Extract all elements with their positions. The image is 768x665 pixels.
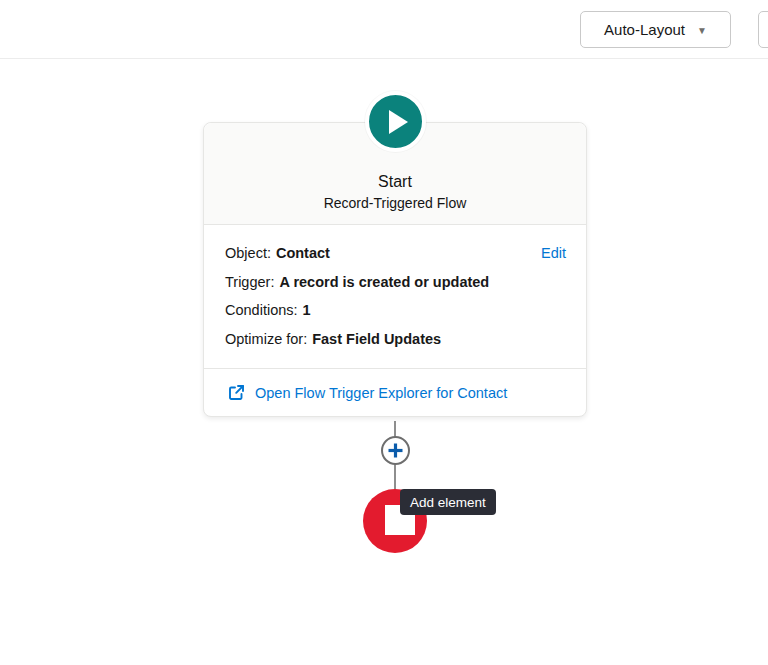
field-optimize-value: Fast Field Updates <box>312 331 441 347</box>
edit-link[interactable]: Edit <box>541 244 566 263</box>
field-trigger-value: A record is created or updated <box>279 274 489 290</box>
flow-trigger-explorer-link[interactable]: Open Flow Trigger Explorer for Contact <box>255 385 507 401</box>
auto-layout-label: Auto-Layout <box>604 21 685 38</box>
start-play-button[interactable] <box>365 91 426 152</box>
field-trigger-label: Trigger: <box>225 274 274 290</box>
chevron-down-icon: ▼ <box>697 24 707 36</box>
toolbar-partial-button[interactable] <box>758 11 768 48</box>
field-optimize: Optimize for:Fast Field Updates <box>225 330 566 349</box>
field-trigger: Trigger:A record is created or updated <box>225 273 566 292</box>
field-object: Object:Contact Edit <box>225 244 566 263</box>
field-optimize-label: Optimize for: <box>225 331 307 347</box>
field-conditions: Conditions:1 <box>225 301 566 320</box>
auto-layout-dropdown[interactable]: Auto-Layout ▼ <box>580 11 731 48</box>
field-conditions-label: Conditions: <box>225 302 298 318</box>
field-conditions-value: 1 <box>303 302 311 318</box>
field-object-label: Object: <box>225 245 271 261</box>
start-node-details: Object:Contact Edit Trigger:A record is … <box>204 225 586 368</box>
field-object-value: Contact <box>276 245 330 261</box>
plus-icon <box>387 442 404 459</box>
start-node-footer: Open Flow Trigger Explorer for Contact <box>204 368 586 416</box>
start-node-title: Start <box>378 173 412 191</box>
add-element-button[interactable] <box>381 436 410 465</box>
play-icon <box>389 110 408 134</box>
toolbar: Auto-Layout ▼ <box>0 0 768 59</box>
start-node-subtitle: Record-Triggered Flow <box>324 195 467 211</box>
start-node-card: Start Record-Triggered Flow Object:Conta… <box>203 122 587 417</box>
external-link-icon <box>228 384 245 401</box>
add-element-tooltip: Add element <box>400 489 496 515</box>
